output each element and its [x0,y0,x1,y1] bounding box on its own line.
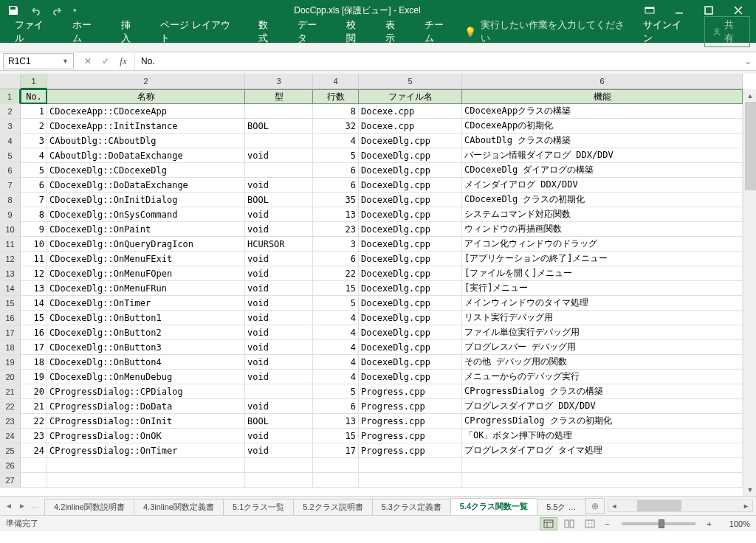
cell[interactable]: CProgressDialog::OnOK [47,429,245,443]
cell[interactable]: 5 [21,163,47,178]
cell[interactable] [47,473,245,488]
cell[interactable]: CDocexeDlg::OnTimer [47,296,245,311]
cell[interactable]: DocexeDlg.cpp [359,281,462,296]
row-header[interactable]: 13 [0,266,21,281]
cell[interactable]: CDocexeApp::InitInstance [47,119,245,134]
cell[interactable] [245,134,313,148]
row-header[interactable]: 12 [0,252,21,266]
cell[interactable]: DocexeDlg.cpp [359,370,462,384]
vertical-scroll-thumb[interactable] [745,102,756,190]
cell[interactable]: DocexeDlg.cpp [359,252,462,266]
cell[interactable]: CProgressDialog::OnTimer [47,443,245,458]
cell[interactable]: HCURSOR [245,237,313,252]
cell[interactable] [21,458,47,473]
cell[interactable]: [ファイルを開く]メニュー [462,266,743,281]
tab-nav-more-icon[interactable]: … [30,499,41,513]
sheet-tab[interactable]: 5.2クラス説明書 [293,499,372,515]
scroll-down-icon[interactable]: ▼ [744,483,756,496]
cell[interactable]: void [245,429,313,443]
cell[interactable]: 5 [313,296,359,311]
cell[interactable] [47,458,245,473]
sheet-tab[interactable]: 5.1クラス一覧 [223,499,294,515]
cell[interactable]: 4 [313,134,359,148]
column-header[interactable]: 6 [462,74,743,89]
tab-file[interactable]: ファイル [6,14,61,49]
cell[interactable]: CProgressDialog::OnInit [47,414,245,429]
cell[interactable]: DocexeDlg.cpp [359,355,462,370]
row-header[interactable]: 10 [0,222,21,237]
cell[interactable]: プログレスダイアログ タイマ処理 [462,443,743,458]
cell[interactable]: 6 [313,399,359,414]
cell[interactable]: CDocexeAppクラスの構築 [462,104,743,119]
cell[interactable]: void [245,266,313,281]
column-header[interactable]: 3 [245,74,313,89]
row-header[interactable]: 26 [0,458,21,473]
sheet-tab[interactable]: 5.5ク … [537,499,585,515]
tab-page-layout[interactable]: ページ レイアウト [151,14,246,49]
cell[interactable]: DocexeDlg.cpp [359,222,462,237]
cell[interactable]: DocexeDlg.cpp [359,296,462,311]
column-header[interactable]: 5 [359,74,462,89]
expand-formula-icon[interactable]: ⌄ [740,53,756,69]
row-header[interactable]: 4 [0,134,21,148]
cell[interactable]: プログレスバー デバッグ用 [462,340,743,355]
row-header[interactable]: 24 [0,429,21,443]
cell[interactable]: 7 [21,193,47,207]
cell[interactable] [245,104,313,119]
cell[interactable] [359,458,462,473]
worksheet-grid[interactable]: 1234567891011121314151617181920212223242… [0,74,756,496]
cell[interactable]: DocexeDlg.cpp [359,325,462,340]
cell[interactable]: 1 [21,104,47,119]
row-header[interactable]: 25 [0,443,21,458]
cell[interactable]: 15 [313,429,359,443]
tab-home[interactable]: ホーム [63,14,109,49]
row-header[interactable]: 9 [0,207,21,222]
cell[interactable] [359,473,462,488]
cell[interactable]: CDocexeDlg クラスの初期化 [462,193,743,207]
cell[interactable]: DocexeDlg.cpp [359,207,462,222]
cell[interactable]: CDocexeDlg::OnSysCommand [47,207,245,222]
row-header[interactable]: 6 [0,163,21,178]
cell[interactable]: 14 [21,296,47,311]
cell[interactable]: Docexe.cpp [359,104,462,119]
row-header[interactable]: 8 [0,193,21,207]
cell[interactable]: 4 [21,148,47,163]
cell[interactable]: DocexeDlg.cpp [359,148,462,163]
cell[interactable]: 35 [313,193,359,207]
view-page-layout-icon[interactable] [560,517,578,530]
signin-link[interactable]: サインイン [634,15,698,48]
cell[interactable] [313,473,359,488]
cell[interactable]: 4 [313,325,359,340]
tab-team[interactable]: チーム [416,14,461,49]
cell[interactable]: 型 [245,89,313,104]
cell[interactable]: 12 [21,266,47,281]
cell[interactable]: 機能 [462,89,743,104]
cell[interactable]: ファイル名 [359,89,462,104]
cell[interactable]: DocexeDlg.cpp [359,311,462,325]
cell[interactable]: ファイル単位実行デバッグ用 [462,325,743,340]
cell[interactable]: DocexeDlg.cpp [359,163,462,178]
cell[interactable]: No. [21,89,47,104]
tab-view[interactable]: 表示 [377,14,413,49]
cell[interactable] [245,384,313,399]
scroll-right-icon[interactable]: ► [740,500,752,511]
cell[interactable]: void [245,148,313,163]
cell[interactable]: 23 [313,222,359,237]
row-header[interactable]: 2 [0,104,21,119]
zoom-thumb[interactable] [659,519,664,528]
cell[interactable]: 6 [313,163,359,178]
cell[interactable]: 8 [313,104,359,119]
cell[interactable]: 18 [21,355,47,370]
cell[interactable]: CAboutDlg::CAboutDlg [47,134,245,148]
zoom-slider[interactable] [622,522,695,525]
cell[interactable]: BOOL [245,193,313,207]
column-header[interactable]: 2 [47,74,245,89]
tab-data[interactable]: データ [289,14,334,49]
cell[interactable]: 22 [21,414,47,429]
zoom-level[interactable]: 100% [718,519,750,528]
horizontal-scrollbar[interactable]: ◄ ► [608,499,753,512]
cell[interactable]: Progress.cpp [359,384,462,399]
cell[interactable]: 4 [313,355,359,370]
cell[interactable]: 13 [313,207,359,222]
cell[interactable]: void [245,252,313,266]
